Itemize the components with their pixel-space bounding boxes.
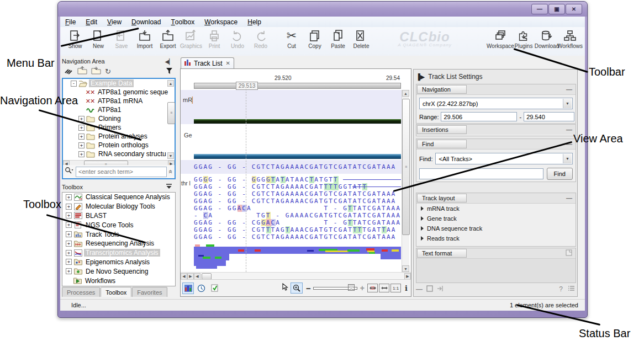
apply-to-other-views-icon[interactable] bbox=[437, 285, 444, 294]
read-row[interactable]: GGGG - GG - GGGGTATATAACTATGTT bbox=[194, 176, 401, 183]
menu-edit[interactable]: Edit bbox=[81, 17, 102, 27]
nav-tree-item[interactable]: +Protein orthologs bbox=[63, 141, 175, 150]
chromosome-dropdown[interactable]: chrX (22.422.827bp) ▼ bbox=[419, 98, 573, 109]
collapse-icon[interactable]: - bbox=[71, 81, 77, 87]
toolbar-download-button[interactable]: Download bbox=[535, 29, 558, 49]
range-to-input[interactable] bbox=[524, 112, 574, 121]
toolbar-copy-button[interactable]: Copy bbox=[303, 29, 326, 49]
overview-scrollbar-right[interactable] bbox=[257, 83, 401, 89]
menu-file[interactable]: File bbox=[60, 17, 81, 27]
pan-cursor-icon[interactable] bbox=[281, 283, 288, 294]
toolbox-item[interactable]: +BLAST bbox=[62, 211, 175, 221]
expand-icon[interactable]: + bbox=[66, 268, 72, 274]
refresh-icon[interactable]: ↻ bbox=[105, 67, 111, 76]
toolbox-item[interactable]: +Classical Sequence Analysis bbox=[62, 193, 175, 202]
toolbar-workflows-button[interactable]: Workflows bbox=[558, 29, 582, 49]
nav-tree-item[interactable]: ✕✕ATP8a1 genomic seque bbox=[63, 88, 175, 97]
toolbar-delete-button[interactable]: Delete bbox=[350, 29, 373, 49]
layout-item-dna-sequence-track[interactable]: DNA sequence track bbox=[416, 223, 576, 233]
minimize-group-icon[interactable]: — bbox=[566, 195, 572, 201]
nav-tree-item[interactable]: +Primers bbox=[63, 123, 175, 132]
overview-scrollbar-left[interactable] bbox=[194, 83, 236, 89]
palette-icon[interactable] bbox=[566, 249, 572, 257]
tab-toolbox[interactable]: Toolbox bbox=[101, 287, 131, 297]
find-scope-dropdown[interactable]: <All Tracks> ▼ bbox=[435, 153, 573, 164]
menu-help[interactable]: Help bbox=[242, 17, 266, 27]
read-row[interactable]: - CATGT - GAAAACGATGTCGATATCGATAAA bbox=[194, 212, 401, 219]
zoom-in-tool-icon[interactable] bbox=[291, 283, 303, 294]
toolbar-workspace-button[interactable]: Workspace bbox=[489, 29, 512, 49]
layout-item-gene-track[interactable]: Gene track bbox=[416, 214, 576, 223]
collapse-panel-icon[interactable]: ◀▏ bbox=[165, 58, 173, 65]
expand-icon[interactable]: + bbox=[78, 125, 85, 131]
element-info-button[interactable] bbox=[209, 283, 220, 294]
track-list-mode-button[interactable] bbox=[182, 283, 194, 294]
toolbox-item[interactable]: +Resequencing Analysis bbox=[62, 239, 175, 248]
mrna-annotation-bar[interactable] bbox=[194, 119, 401, 124]
title-bar[interactable]: —▣✕ bbox=[58, 2, 587, 17]
new-view-icon[interactable] bbox=[426, 285, 433, 294]
expand-icon[interactable]: + bbox=[78, 151, 85, 157]
expand-icon[interactable]: + bbox=[66, 212, 72, 219]
history-view-button[interactable] bbox=[196, 283, 207, 294]
insertions-group-header[interactable]: Insertions — bbox=[416, 125, 576, 135]
import-folder-icon[interactable] bbox=[91, 66, 101, 77]
tab-processes[interactable]: Processes bbox=[62, 287, 100, 297]
menu-download[interactable]: Download bbox=[126, 17, 166, 27]
close-tab-icon[interactable]: ✕ bbox=[226, 60, 230, 66]
toolbar-plugins-button[interactable]: Plugins bbox=[512, 29, 535, 49]
zoom-100-button[interactable]: 1:1 bbox=[390, 284, 401, 292]
track-layout-group-header[interactable]: Track layout — bbox=[416, 193, 576, 204]
minimize-group-icon[interactable]: — bbox=[566, 126, 572, 133]
zoom-out-icon[interactable]: − bbox=[306, 284, 311, 293]
toolbox-item[interactable]: +Molecular Biology Tools bbox=[62, 202, 175, 211]
zoom-slider[interactable] bbox=[313, 285, 357, 291]
text-format-group-header[interactable]: Text format bbox=[416, 248, 576, 259]
view-vscrollbar[interactable]: ▲ ≡ ▼ bbox=[402, 90, 409, 272]
minimize-group-icon[interactable]: — bbox=[566, 86, 572, 93]
expand-triangle-icon[interactable] bbox=[421, 206, 424, 211]
expand-icon[interactable]: + bbox=[66, 231, 72, 237]
read-row[interactable]: GGAG - GG - CGTTTAGTAAACGATGTCGATTTTGATT… bbox=[194, 226, 401, 233]
options-list-icon[interactable] bbox=[568, 285, 575, 293]
search-input[interactable] bbox=[76, 167, 167, 177]
read-row[interactable]: GGAG - GGACAT - GTTATCGATAAA bbox=[194, 205, 401, 212]
nav-tree-item[interactable]: -Example Data bbox=[63, 79, 175, 88]
layout-item-mrna-track[interactable]: mRNA track bbox=[416, 204, 576, 214]
help-icon[interactable]: ? bbox=[559, 285, 563, 293]
filter-icon[interactable] bbox=[166, 67, 173, 77]
toolbar-import-button[interactable]: Import bbox=[133, 29, 156, 49]
view-hscrollbar[interactable]: ◀▶◀ ▶ bbox=[181, 272, 411, 280]
expand-triangle-icon[interactable] bbox=[421, 236, 424, 241]
toolbar-show-button[interactable]: Show bbox=[64, 29, 87, 49]
expand-icon[interactable]: + bbox=[66, 222, 72, 228]
expand-icon[interactable]: + bbox=[66, 194, 72, 200]
toolbox-item[interactable]: +Transcriptomics Analysis bbox=[62, 248, 175, 258]
zoom-selection-button[interactable] bbox=[367, 284, 378, 292]
expand-icon[interactable]: + bbox=[66, 241, 72, 247]
sidepanel-toggle-icon[interactable]: ▐▶ bbox=[416, 73, 425, 81]
menu-view[interactable]: View bbox=[102, 17, 126, 27]
expand-icon[interactable]: + bbox=[66, 204, 72, 210]
expand-icon[interactable]: + bbox=[66, 259, 72, 265]
nav-tree-item[interactable]: ATP8a1 bbox=[63, 105, 175, 114]
nav-tree-item[interactable]: ✕✕ATP8a1 mRNA bbox=[63, 97, 175, 105]
layout-item-reads-track[interactable]: Reads track bbox=[416, 233, 576, 243]
info-icon[interactable]: i bbox=[405, 284, 408, 292]
expand-icon[interactable]: + bbox=[78, 142, 85, 148]
menu-toolbox[interactable]: Toolbox bbox=[166, 17, 199, 27]
collapse-all-icon[interactable]: — bbox=[416, 285, 423, 293]
find-button[interactable]: Find bbox=[547, 168, 573, 180]
navigation-tree-vscrollbar[interactable]: ▲ ≡ ▼ bbox=[167, 80, 174, 159]
read-row[interactable]: GGAG - GG - CGTCTAGAAAACGATGTCGATATCGATA… bbox=[194, 233, 401, 241]
chevrons-up-icon[interactable]: « bbox=[167, 170, 175, 174]
zoom-in-plus-icon[interactable]: + bbox=[360, 284, 365, 292]
fit-width-button[interactable] bbox=[379, 284, 389, 292]
expand-triangle-icon[interactable] bbox=[421, 216, 424, 221]
read-row[interactable]: GGAG - GG - CGTCTAGAAAACGATGTCGATATCGATA… bbox=[194, 190, 401, 198]
read-row[interactable]: GGAG - GG - CGTCTAGAAAACGATTTTGGTATT bbox=[194, 183, 401, 190]
expand-icon[interactable]: + bbox=[78, 134, 85, 140]
expand-triangle-icon[interactable] bbox=[421, 226, 424, 231]
toolbar-export-button[interactable]: Export bbox=[156, 29, 180, 49]
toolbox-item[interactable]: +Epigenomics Analysis bbox=[62, 258, 175, 267]
